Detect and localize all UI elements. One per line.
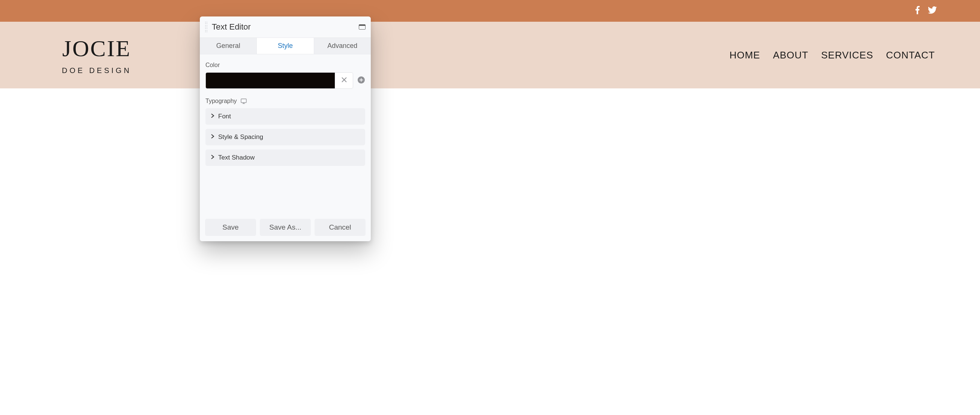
top-social-bar xyxy=(0,0,980,22)
dialog-header: Text Editor xyxy=(200,16,371,38)
text-editor-dialog: Text Editor General Style Advanced Color xyxy=(200,16,371,241)
facebook-icon[interactable] xyxy=(915,6,920,16)
accordion-style-spacing[interactable]: Style & Spacing xyxy=(205,129,365,145)
save-button[interactable]: Save xyxy=(205,219,256,236)
editor-tabs: General Style Advanced xyxy=(200,38,371,54)
tab-style[interactable]: Style xyxy=(256,38,314,54)
accordion-text-shadow[interactable]: Text Shadow xyxy=(205,149,365,166)
main-nav: HOME ABOUT SERVICES CONTACT xyxy=(730,49,935,61)
chevron-right-icon xyxy=(211,133,215,141)
expand-window-icon[interactable] xyxy=(359,24,366,30)
color-row xyxy=(205,72,365,89)
tab-advanced[interactable]: Advanced xyxy=(314,38,371,54)
typography-section-label: Typography xyxy=(205,98,365,105)
nav-contact[interactable]: CONTACT xyxy=(886,49,935,61)
svg-rect-2 xyxy=(241,99,246,103)
accordion-font[interactable]: Font xyxy=(205,108,365,125)
drag-handle-icon[interactable] xyxy=(204,22,208,32)
site-logo: JOCIE DOE DESIGN xyxy=(62,35,132,75)
cancel-button[interactable]: Cancel xyxy=(315,219,366,236)
chevron-right-icon xyxy=(211,113,215,120)
tab-general[interactable]: General xyxy=(200,38,256,54)
clear-color-button[interactable] xyxy=(335,73,353,89)
color-field xyxy=(205,72,353,89)
close-icon xyxy=(341,76,348,85)
save-as-button[interactable]: Save As... xyxy=(260,219,311,236)
accordion-text-shadow-label: Text Shadow xyxy=(218,154,255,162)
plus-circle-icon xyxy=(358,76,365,85)
hero-band: JOCIE DOE DESIGN HOME ABOUT SERVICES CON… xyxy=(0,22,980,89)
color-section-label: Color xyxy=(205,62,365,68)
logo-subtitle: DOE DESIGN xyxy=(62,66,132,75)
nav-home[interactable]: HOME xyxy=(730,49,760,61)
dialog-title: Text Editor xyxy=(212,22,355,32)
accordion-style-spacing-label: Style & Spacing xyxy=(218,133,263,141)
logo-main: JOCIE xyxy=(62,35,131,62)
accordion-font-label: Font xyxy=(218,113,231,120)
nav-services[interactable]: SERVICES xyxy=(821,49,873,61)
style-panel: Color Typography xyxy=(200,54,371,214)
typography-label-text: Typography xyxy=(205,98,237,105)
color-swatch[interactable] xyxy=(206,73,335,89)
chevron-right-icon xyxy=(211,154,215,162)
nav-about[interactable]: ABOUT xyxy=(773,49,809,61)
responsive-icon[interactable] xyxy=(241,98,247,104)
add-color-button[interactable] xyxy=(357,72,365,89)
dialog-footer: Save Save As... Cancel xyxy=(200,214,371,241)
twitter-icon[interactable] xyxy=(928,6,937,15)
